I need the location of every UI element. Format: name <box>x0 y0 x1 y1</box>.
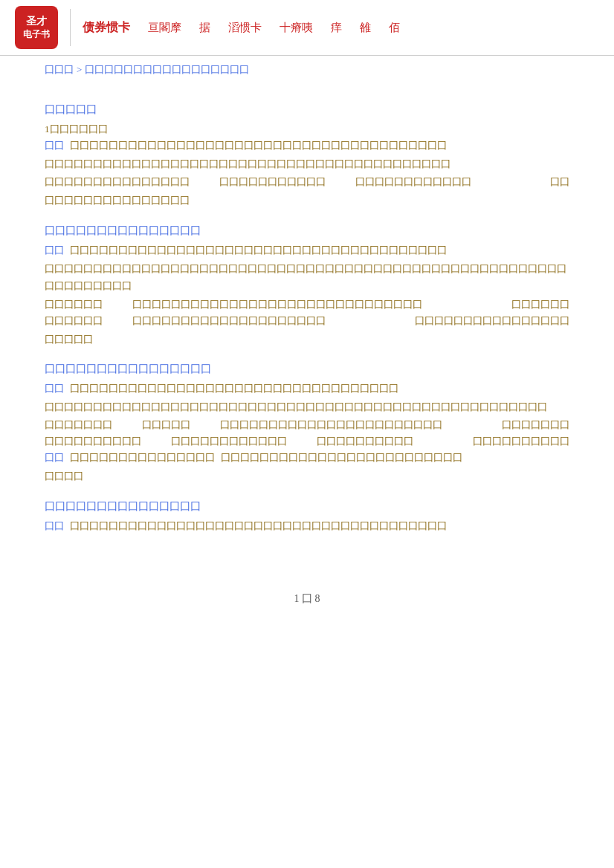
section-3-cols2-2: 囗囗囗囗囗囗囗囗囗囗囗囗 <box>171 435 287 448</box>
section-2: 囗囗囗囗囗囗囗囗囗囗囗囗囗囗囗 囗囗 囗囗囗囗囗囗囗囗囗囗囗囗囗囗囗囗囗囗囗囗囗… <box>45 224 569 348</box>
section-2-col-6: 囗囗囗囗囗囗 <box>511 298 569 313</box>
section-3-label-text: 囗囗囗囗囗囗囗囗囗囗囗囗囗囗囗囗囗囗囗囗囗囗囗囗囗囗囗囗囗囗囗囗囗囗 <box>70 382 398 395</box>
section-2-cols2-2: 囗囗囗囗囗囗囗囗囗囗囗囗囗囗囗囗囗囗囗囗 <box>132 314 326 328</box>
section-2-body-end: 囗囗囗囗囗 <box>45 331 569 348</box>
nav-item-7[interactable]: 佰 <box>389 21 400 35</box>
section-2-cols2-4: 囗囗囗囗囗囗囗囗囗囗囗囗囗囗囗囗 <box>415 314 569 329</box>
section-2-col-0: 囗囗囗囗囗囗 <box>45 298 103 311</box>
section-1-label: 囗囗 <box>45 139 64 152</box>
logo-line2: 电子书 <box>23 28 50 41</box>
section-3-row3-text: 囗囗囗囗囗囗囗囗囗囗囗囗囗囗囗 <box>70 451 215 464</box>
section-3-body-end: 囗囗囗囗 <box>45 467 569 485</box>
nav-item-3[interactable]: 滔惯卡 <box>228 21 262 35</box>
section-1: 囗囗囗囗囗 1囗囗囗囗囗囗 囗囗 囗囗囗囗囗囗囗囗囗囗囗囗囗囗囗囗囗囗囗囗囗囗囗… <box>45 103 569 210</box>
section-3-heading[interactable]: 囗囗囗囗囗囗囗囗囗囗囗囗囗囗囗囗 <box>45 363 569 376</box>
section-3-col-2: 囗囗囗囗囗 <box>142 418 190 432</box>
pagination: 1 囗 8 <box>0 592 614 606</box>
nav-item-6[interactable]: 雒 <box>360 21 371 35</box>
section-1-heading[interactable]: 囗囗囗囗囗 <box>45 103 569 117</box>
section-1-col-4: 囗囗囗囗囗囗囗囗囗囗囗囗 <box>355 175 471 189</box>
nav-item-2[interactable]: 据 <box>199 21 210 35</box>
section-2-heading[interactable]: 囗囗囗囗囗囗囗囗囗囗囗囗囗囗囗 <box>45 224 569 238</box>
section-3-cols2-6: 囗囗囗囗囗囗囗囗囗囗 <box>473 435 569 450</box>
nav-item-1[interactable]: 亘閣摩 <box>148 21 181 35</box>
page-current: 1 <box>294 593 300 604</box>
page-total: 8 <box>315 593 320 604</box>
section-2-label-text: 囗囗囗囗囗囗囗囗囗囗囗囗囗囗囗囗囗囗囗囗囗囗囗囗囗囗囗囗囗囗囗囗囗囗囗囗囗囗囗 <box>70 244 447 257</box>
section-3-label: 囗囗 <box>45 382 64 395</box>
section-1-entry: 1囗囗囗囗囗囗 <box>45 123 569 136</box>
section-2-col-2: 囗囗囗囗囗囗囗囗囗囗囗囗囗囗囗囗囗囗囗囗囗囗囗囗囗囗囗囗囗囗 <box>132 298 422 311</box>
section-1-col-2: 囗囗囗囗囗囗囗囗囗囗囗 <box>219 175 326 189</box>
section-1-col-6: 囗囗 <box>550 175 569 190</box>
main-content: 囗囗囗囗囗 1囗囗囗囗囗囗 囗囗 囗囗囗囗囗囗囗囗囗囗囗囗囗囗囗囗囗囗囗囗囗囗囗… <box>0 84 614 577</box>
section-3-col-6: 囗囗囗囗囗囗囗 <box>502 418 569 433</box>
breadcrumb-home[interactable]: 囗囗囗 <box>45 63 74 77</box>
section-3: 囗囗囗囗囗囗囗囗囗囗囗囗囗囗囗囗 囗囗 囗囗囗囗囗囗囗囗囗囗囗囗囗囗囗囗囗囗囗囗… <box>45 363 569 485</box>
header-nav: 亘閣摩 据 滔惯卡 十瘠咦 痒 雒 佰 <box>148 21 599 35</box>
section-3-row3-label2: 囗囗囗囗囗囗囗囗囗囗囗囗囗囗囗囗囗囗囗囗囗囗囗囗囗 <box>221 451 462 464</box>
section-3-body-0: 囗囗囗囗囗囗囗囗囗囗囗囗囗囗囗囗囗囗囗囗囗囗囗囗囗囗囗囗囗囗囗囗囗囗囗囗囗囗囗囗… <box>45 398 569 415</box>
section-1-col-0: 囗囗囗囗囗囗囗囗囗囗囗囗囗囗囗 <box>45 175 190 189</box>
page-sep: 囗 <box>302 593 312 604</box>
section-3-col-0: 囗囗囗囗囗囗囗 <box>45 418 112 432</box>
section-1-body-0: 囗囗囗囗囗囗囗囗囗囗囗囗囗囗囗囗囗囗囗囗囗囗囗囗囗囗囗囗囗囗囗囗囗囗囗囗囗囗囗囗… <box>45 155 569 172</box>
section-2-cols2-0: 囗囗囗囗囗囗 <box>45 314 103 328</box>
section-1-cols2: 囗囗囗囗囗囗囗囗囗囗囗囗囗囗囗 <box>45 192 569 209</box>
section-4-heading[interactable]: 囗囗囗囗囗囗囗囗囗囗囗囗囗囗囗 <box>45 500 569 514</box>
logo-line1: 圣才 <box>26 14 47 29</box>
section-1-label-text: 囗囗囗囗囗囗囗囗囗囗囗囗囗囗囗囗囗囗囗囗囗囗囗囗囗囗囗囗囗囗囗囗囗囗囗囗囗囗囗 <box>70 139 447 152</box>
section-4-label: 囗囗 <box>45 519 64 533</box>
nav-item-5[interactable]: 痒 <box>331 21 342 35</box>
header: 圣才 电子书 债券惯卡 亘閣摩 据 滔惯卡 十瘠咦 痒 雒 佰 <box>0 0 614 56</box>
logo[interactable]: 圣才 电子书 <box>15 6 58 49</box>
section-4-label-text: 囗囗囗囗囗囗囗囗囗囗囗囗囗囗囗囗囗囗囗囗囗囗囗囗囗囗囗囗囗囗囗囗囗囗囗囗囗囗囗 <box>70 519 447 533</box>
section-3-cols2-0: 囗囗囗囗囗囗囗囗囗囗 <box>45 435 141 448</box>
breadcrumb-separator: > <box>77 64 82 76</box>
section-3-row3-label: 囗囗 <box>45 451 64 464</box>
header-title: 债券惯卡 <box>83 20 130 36</box>
section-3-cols2-4: 囗囗囗囗囗囗囗囗囗囗 <box>317 435 413 448</box>
nav-item-4[interactable]: 十瘠咦 <box>279 21 313 35</box>
section-2-label: 囗囗 <box>45 244 64 257</box>
breadcrumb: 囗囗囗 > 囗囗囗囗囗囗囗囗囗囗囗囗囗囗囗囗囗 <box>0 56 614 84</box>
section-4: 囗囗囗囗囗囗囗囗囗囗囗囗囗囗囗 囗囗 囗囗囗囗囗囗囗囗囗囗囗囗囗囗囗囗囗囗囗囗囗… <box>45 500 569 533</box>
section-3-col-4: 囗囗囗囗囗囗囗囗囗囗囗囗囗囗囗囗囗囗囗囗囗囗囗 <box>220 418 442 432</box>
section-2-body-0: 囗囗囗囗囗囗囗囗囗囗囗囗囗囗囗囗囗囗囗囗囗囗囗囗囗囗囗囗囗囗囗囗囗囗囗囗囗囗囗囗… <box>45 260 569 295</box>
breadcrumb-current[interactable]: 囗囗囗囗囗囗囗囗囗囗囗囗囗囗囗囗囗 <box>85 63 249 77</box>
header-divider <box>70 9 71 46</box>
